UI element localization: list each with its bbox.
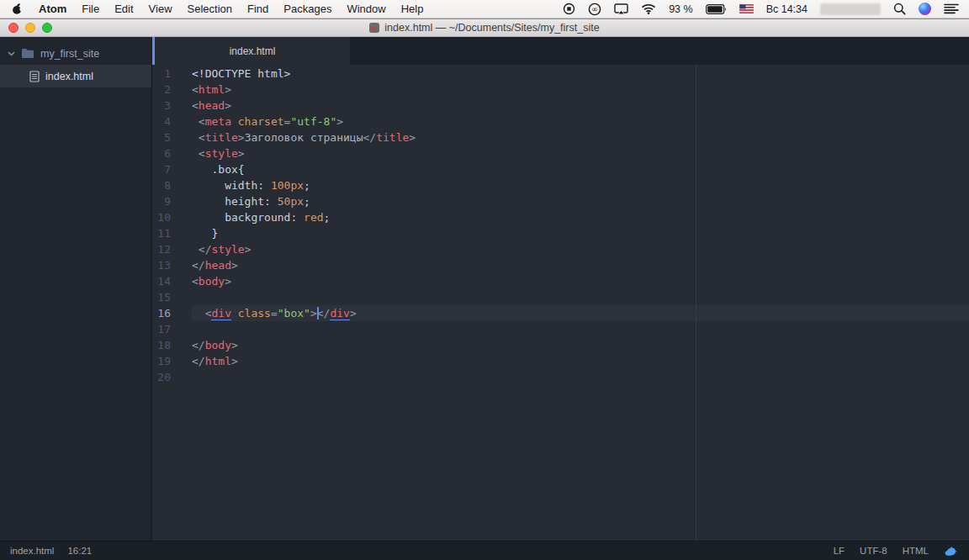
code-line[interactable]: background: red; — [192, 209, 969, 225]
tab-bar: index.html — [152, 37, 969, 65]
code-line[interactable]: </style> — [192, 241, 969, 257]
code-line[interactable]: <html> — [192, 82, 969, 98]
close-button[interactable] — [8, 23, 19, 33]
code-line[interactable]: <body> — [192, 273, 969, 289]
battery-percentage: 93 % — [669, 3, 693, 15]
siri-icon[interactable] — [919, 3, 931, 15]
statusbar-encoding[interactable]: UTF-8 — [860, 546, 887, 556]
statusbar-line-ending[interactable]: LF — [834, 546, 845, 556]
menubar-items: AtomFileEditViewSelectionFindPackagesWin… — [31, 3, 431, 15]
line-number[interactable]: 16 — [152, 305, 171, 321]
status-bar: index.html 16:21 LF UTF-8 HTML — [0, 541, 969, 560]
code-area[interactable]: <!DOCTYPE html><html><head> <meta charse… — [192, 66, 969, 541]
line-number[interactable]: 2 — [152, 82, 171, 98]
line-number[interactable]: 11 — [152, 225, 171, 241]
tab-label: index.html — [230, 45, 276, 57]
menu-item-help[interactable]: Help — [394, 3, 432, 15]
folder-icon — [21, 48, 34, 59]
tree-file-index-html[interactable]: index.html — [0, 65, 151, 87]
statusbar-right: LF UTF-8 HTML — [834, 544, 959, 557]
window-titlebar[interactable]: index.html — ~/Documents/Sites/my_first_… — [0, 18, 969, 37]
battery-icon — [706, 4, 727, 14]
line-number[interactable]: 9 — [152, 193, 171, 209]
code-line[interactable]: width: 100px; — [192, 177, 969, 193]
tree-view-sidebar: my_first_site index.html — [0, 37, 152, 541]
text-editor[interactable]: 1234567891011121314151617181920 <!DOCTYP… — [152, 65, 969, 541]
minimize-button[interactable] — [25, 23, 35, 33]
line-number[interactable]: 13 — [152, 257, 171, 273]
code-line[interactable]: <!DOCTYPE html> — [192, 66, 969, 82]
line-number[interactable]: 18 — [152, 337, 171, 353]
code-line[interactable] — [192, 321, 969, 337]
line-number[interactable]: 3 — [152, 98, 171, 114]
tree-folder-my-first-site[interactable]: my_first_site — [0, 42, 151, 65]
wrap-guide — [696, 66, 696, 541]
notification-center-icon[interactable] — [944, 3, 959, 14]
apple-menu[interactable] — [0, 3, 31, 15]
code-line[interactable]: <meta charset="utf-8"> — [192, 114, 969, 129]
statusbar-grammar[interactable]: HTML — [903, 546, 929, 556]
line-number[interactable]: 6 — [152, 145, 171, 161]
keyboard-layout-flag-icon[interactable] — [739, 4, 754, 13]
code-line[interactable] — [192, 289, 969, 305]
zoom-button[interactable] — [42, 23, 52, 33]
airplay-display-icon[interactable] — [614, 3, 628, 15]
wifi-icon[interactable] — [641, 3, 656, 14]
code-line[interactable]: <head> — [192, 98, 969, 114]
line-number[interactable]: 10 — [152, 209, 171, 225]
line-number[interactable]: 14 — [152, 273, 171, 289]
line-number[interactable]: 5 — [152, 129, 171, 145]
code-line[interactable]: <div class="box"></div> — [192, 305, 969, 321]
menu-item-packages[interactable]: Packages — [276, 3, 339, 15]
window-title: index.html — ~/Documents/Sites/my_first_… — [369, 22, 599, 34]
main-area: my_first_site index.html index.html 1234… — [0, 37, 969, 541]
code-line[interactable]: } — [192, 225, 969, 241]
tree-file-label: index.html — [45, 71, 93, 82]
menubar: AtomFileEditViewSelectionFindPackagesWin… — [0, 0, 969, 18]
menu-item-view[interactable]: View — [141, 3, 180, 15]
statusbar-cursor-position[interactable]: 16:21 — [67, 546, 92, 556]
line-number[interactable]: 17 — [152, 321, 171, 337]
line-number[interactable]: 7 — [152, 161, 171, 177]
window-title-text: index.html — ~/Documents/Sites/my_first_… — [384, 22, 599, 34]
menu-item-file[interactable]: File — [74, 3, 107, 15]
code-line[interactable]: .box{ — [192, 161, 969, 177]
line-number[interactable]: 15 — [152, 289, 171, 305]
code-line[interactable]: height: 50px; — [192, 193, 969, 209]
code-line[interactable]: </html> — [192, 353, 969, 369]
code-line[interactable]: </head> — [192, 257, 969, 273]
tree-folder-label: my_first_site — [40, 48, 99, 60]
spotlight-search-icon[interactable] — [893, 3, 906, 15]
menu-item-edit[interactable]: Edit — [107, 3, 140, 15]
svg-text:∞: ∞ — [591, 5, 598, 13]
menubar-status-area: ∞ 93 % Вс 14:34 — [563, 3, 969, 16]
line-number[interactable]: 1 — [152, 66, 171, 82]
editor-pane: index.html 12345678910111213141516171819… — [152, 37, 969, 541]
chevron-down-icon — [8, 50, 15, 57]
screen-record-icon[interactable] — [563, 3, 575, 15]
statusbar-filename[interactable]: index.html — [10, 546, 54, 556]
line-number[interactable]: 8 — [152, 177, 171, 193]
code-line[interactable]: <title>Заголовок страницы</title> — [192, 129, 969, 145]
squirrel-icon[interactable] — [944, 544, 959, 557]
document-proxy-icon[interactable] — [369, 23, 379, 33]
line-number[interactable]: 19 — [152, 353, 171, 369]
creative-cloud-icon[interactable]: ∞ — [588, 3, 601, 16]
menubar-blurred-username — [820, 3, 881, 15]
code-line[interactable] — [192, 369, 969, 385]
line-number[interactable]: 20 — [152, 369, 171, 385]
menubar-clock[interactable]: Вс 14:34 — [766, 3, 808, 15]
apple-icon — [12, 3, 23, 15]
line-number[interactable]: 4 — [152, 114, 171, 129]
line-number[interactable]: 12 — [152, 241, 171, 257]
tab-index-html[interactable]: index.html — [155, 37, 350, 65]
line-number-gutter: 1234567891011121314151617181920 — [152, 66, 192, 541]
menu-item-find[interactable]: Find — [240, 3, 276, 15]
file-icon — [29, 71, 40, 82]
menu-item-window[interactable]: Window — [339, 3, 393, 15]
code-line[interactable]: </body> — [192, 337, 969, 353]
traffic-lights — [8, 19, 52, 36]
code-line[interactable]: <style> — [192, 145, 969, 161]
menu-item-atom[interactable]: Atom — [31, 3, 74, 15]
menu-item-selection[interactable]: Selection — [180, 3, 240, 15]
